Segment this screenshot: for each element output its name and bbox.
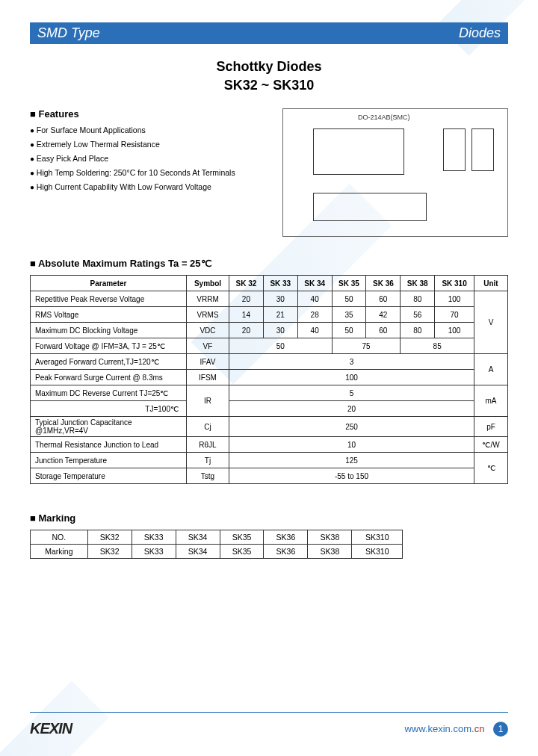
feature-item: High Current Capability With Low Forward…: [30, 182, 272, 191]
package-outline-top: [313, 128, 404, 175]
features-section: Features For Surface Mount Applications …: [30, 108, 272, 237]
table-row: TJ=100℃ 20: [31, 401, 508, 417]
abs-max-table: Parameter Symbol SK 32 SK 33 SK 34 SK 35…: [30, 275, 508, 484]
table-row: Repetitive Peak Reverse Voltage VRRM 203…: [31, 291, 508, 307]
marking-table: NO. SK32 SK33 SK34 SK35 SK36 SK38 SK310 …: [30, 530, 403, 559]
title-line1: Schottky Diodes: [30, 59, 508, 75]
header-right: Diodes: [459, 25, 501, 41]
feature-item: For Surface Mount Applications: [30, 126, 272, 134]
table-row: RMS Voltage VRMS 14212835425670: [31, 307, 508, 323]
table-row: Maximum DC Reverse Current TJ=25℃ IR 5 m…: [31, 385, 508, 401]
package-pad-right: [471, 128, 494, 171]
table-row: Maximum DC Blocking Voltage VDC 20304050…: [31, 323, 508, 338]
package-outline-side: [313, 193, 427, 221]
feature-item: Easy Pick And Place: [30, 154, 272, 163]
package-type-label: DO-214AB(SMC): [358, 114, 410, 121]
abs-max-heading: Absolute Maximum Ratings Ta = 25℃: [30, 258, 508, 269]
table-row: Marking SK32 SK33 SK34 SK35 SK36 SK38 SK…: [31, 545, 403, 559]
table-header-row: Parameter Symbol SK 32 SK 33 SK 34 SK 35…: [31, 276, 508, 291]
col-sk310: SK 310: [435, 276, 474, 291]
header-bar: SMD Type Diodes: [30, 22, 508, 44]
table-row: Thermal Resistance Junction to Lead RθJL…: [31, 437, 508, 453]
table-row: Junction Temperature Tj 125 ℃: [31, 453, 508, 468]
brand-logo: KEXIN: [30, 720, 72, 737]
table-row: Averaged Forward Current,TJ=120℃ IFAV 3 …: [31, 354, 508, 370]
datasheet-page: SMD Type Diodes Schottky Diodes SK32 ~ S…: [0, 0, 538, 756]
features-list: For Surface Mount Applications Extremely…: [30, 126, 272, 191]
col-parameter: Parameter: [31, 276, 187, 291]
marking-heading: Marking: [30, 512, 508, 524]
package-pad-left: [443, 128, 466, 171]
col-sk32: SK 32: [229, 276, 264, 291]
feature-item: Extremely Low Thermal Resistance: [30, 140, 272, 149]
table-row: Storage Temperature Tstg -55 to 150: [31, 468, 508, 484]
feature-item: High Temp Soldering: 250°C for 10 Second…: [30, 168, 272, 177]
col-unit: Unit: [474, 276, 508, 291]
package-drawing: DO-214AB(SMC): [282, 108, 508, 237]
title-line2: SK32 ~ SK310: [30, 78, 508, 93]
table-row: NO. SK32 SK33 SK34 SK35 SK36 SK38 SK310: [31, 530, 403, 545]
footer: KEXIN www.kexin.com.cn 1: [30, 712, 508, 737]
footer-right: www.kexin.com.cn 1: [404, 722, 508, 737]
col-symbol: Symbol: [187, 276, 229, 291]
col-sk33: SK 33: [263, 276, 297, 291]
header-left: SMD Type: [37, 25, 100, 41]
features-heading: Features: [30, 108, 272, 120]
col-sk38: SK 38: [401, 276, 435, 291]
page-number: 1: [493, 722, 508, 737]
col-sk34: SK 34: [297, 276, 332, 291]
table-row: Typical Junction Capacitance @1MHz,VR=4V…: [31, 417, 508, 437]
col-sk35: SK 35: [332, 276, 366, 291]
website-url: www.kexin.com.cn: [404, 723, 487, 734]
table-row: Forward Voltage @ IFM=3A, TJ = 25℃ VF 50…: [31, 338, 508, 354]
col-sk36: SK 36: [366, 276, 401, 291]
table-row: Peak Forward Surge Current @ 8.3ms IFSM …: [31, 370, 508, 385]
title-block: Schottky Diodes SK32 ~ SK310: [30, 59, 508, 93]
